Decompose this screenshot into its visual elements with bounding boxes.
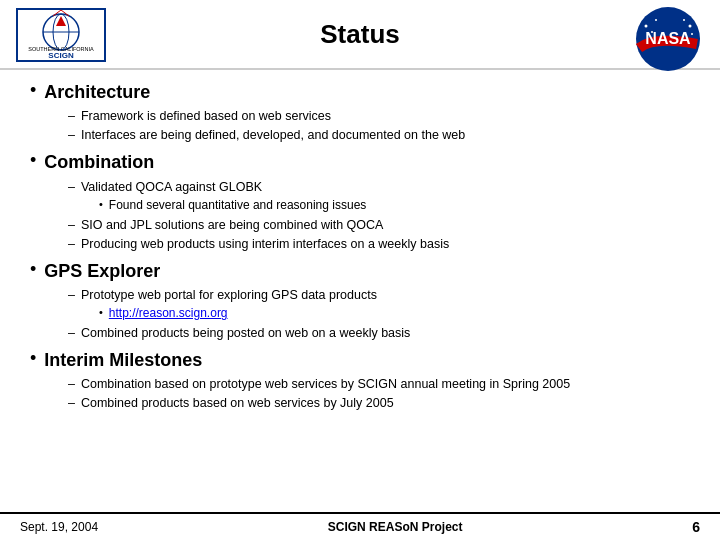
- comb-subsub-1: • Found several quantitative and reasoni…: [99, 197, 366, 214]
- footer-page: 6: [692, 519, 700, 535]
- svg-point-15: [683, 19, 685, 21]
- slide: SCIGN SOUTHERN CALIFORNIA Status NASA: [0, 0, 720, 540]
- bullet-dot: •: [30, 78, 36, 103]
- slide-title: Status: [320, 19, 399, 50]
- content-area: • Architecture – Framework is defined ba…: [0, 70, 720, 512]
- comb-sub-3: – Producing web products using interim i…: [68, 235, 690, 253]
- gps-label: GPS Explorer: [44, 259, 160, 284]
- milestones-bullet: • Interim Milestones: [30, 348, 690, 373]
- svg-text:SCIGN: SCIGN: [48, 51, 74, 60]
- comb-subsub-1-text: Found several quantitative and reasoning…: [109, 197, 367, 214]
- footer-project: SCIGN REASoN Project: [328, 520, 463, 534]
- header: SCIGN SOUTHERN CALIFORNIA Status NASA: [0, 0, 720, 70]
- svg-point-16: [691, 33, 693, 35]
- bullet-dot-4: •: [30, 346, 36, 371]
- architecture-subs: – Framework is defined based on web serv…: [30, 107, 690, 144]
- mile-sub-2-text: Combined products based on web services …: [81, 394, 394, 412]
- gps-subs: – Prototype web portal for exploring GPS…: [30, 286, 690, 342]
- combination-bullet: • Combination: [30, 150, 690, 175]
- svg-point-14: [689, 25, 692, 28]
- gps-sub-1: – Prototype web portal for exploring GPS…: [68, 286, 690, 323]
- arch-sub-2-text: Interfaces are being defined, developed,…: [81, 126, 465, 144]
- svg-text:SOUTHERN CALIFORNIA: SOUTHERN CALIFORNIA: [28, 46, 94, 52]
- footer-date: Sept. 19, 2004: [20, 520, 98, 534]
- svg-point-11: [645, 25, 648, 28]
- gps-sub-2: – Combined products being posted on web …: [68, 324, 690, 342]
- gps-link[interactable]: http://reason.scign.org: [109, 305, 228, 322]
- combination-label: Combination: [44, 150, 154, 175]
- gps-section: • GPS Explorer – Prototype web portal fo…: [30, 259, 690, 342]
- milestones-label: Interim Milestones: [44, 348, 202, 373]
- comb-sub-2: – SIO and JPL solutions are being combin…: [68, 216, 690, 234]
- gps-bullet: • GPS Explorer: [30, 259, 690, 284]
- bullet-dot-3: •: [30, 257, 36, 282]
- mile-sub-1: – Combination based on prototype web ser…: [68, 375, 690, 393]
- combination-subs: – Validated QOCA against GLOBK • Found s…: [30, 178, 690, 253]
- arch-sub-1-text: Framework is defined based on web servic…: [81, 107, 331, 125]
- milestones-section: • Interim Milestones – Combination based…: [30, 348, 690, 412]
- svg-point-12: [655, 19, 657, 21]
- comb-sub-sub: • Found several quantitative and reasoni…: [81, 197, 366, 214]
- gps-subsub-1: • http://reason.scign.org: [99, 305, 377, 322]
- arch-sub-1: – Framework is defined based on web serv…: [68, 107, 690, 125]
- mile-sub-1-text: Combination based on prototype web servi…: [81, 375, 570, 393]
- comb-sub-1: – Validated QOCA against GLOBK • Found s…: [68, 178, 690, 215]
- arch-sub-2: – Interfaces are being defined, develope…: [68, 126, 690, 144]
- bullet-dot-2: •: [30, 148, 36, 173]
- svg-point-13: [651, 31, 653, 33]
- comb-sub-3-text: Producing web products using interim int…: [81, 235, 449, 253]
- architecture-bullet: • Architecture: [30, 80, 690, 105]
- architecture-label: Architecture: [44, 80, 150, 105]
- architecture-section: • Architecture – Framework is defined ba…: [30, 80, 690, 144]
- mile-sub-2: – Combined products based on web service…: [68, 394, 690, 412]
- footer: Sept. 19, 2004 SCIGN REASoN Project 6: [0, 512, 720, 540]
- comb-sub-1-text: Validated QOCA against GLOBK: [81, 180, 262, 194]
- gps-sub-1-text: Prototype web portal for exploring GPS d…: [81, 288, 377, 302]
- gps-sub-sub: • http://reason.scign.org: [81, 305, 377, 322]
- combination-section: • Combination – Validated QOCA against G…: [30, 150, 690, 252]
- comb-sub-2-text: SIO and JPL solutions are being combined…: [81, 216, 383, 234]
- scign-logo: SCIGN SOUTHERN CALIFORNIA: [16, 8, 106, 62]
- milestones-subs: – Combination based on prototype web ser…: [30, 375, 690, 412]
- nasa-logo: NASA: [634, 6, 704, 66]
- svg-marker-4: [56, 16, 66, 26]
- gps-sub-2-text: Combined products being posted on web on…: [81, 324, 410, 342]
